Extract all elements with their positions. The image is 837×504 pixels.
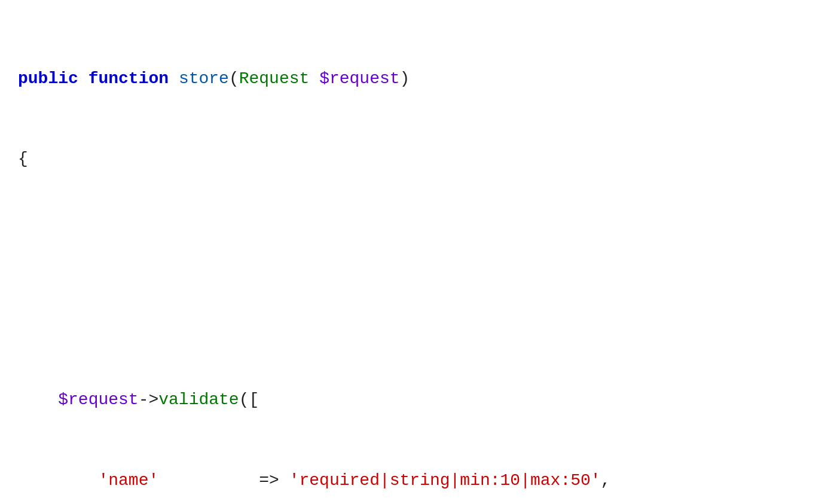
arrow-1: -> bbox=[139, 390, 159, 409]
line-5: $request->validate([ bbox=[18, 387, 819, 414]
paren-open: ( bbox=[229, 69, 239, 88]
line-4 bbox=[18, 307, 819, 334]
paren-close: ) bbox=[400, 69, 410, 88]
indent-1 bbox=[18, 390, 58, 409]
space-2 bbox=[279, 471, 289, 490]
str-name-key: 'name' bbox=[98, 471, 158, 490]
code-display: public function store(Request $request) … bbox=[18, 12, 819, 504]
line-6: 'name' => 'required|string|min:10|max:50… bbox=[18, 468, 819, 494]
keyword-public: public bbox=[18, 69, 78, 88]
function-name: store bbox=[179, 69, 229, 88]
var-request: $request bbox=[58, 390, 138, 409]
line-3 bbox=[18, 226, 819, 253]
keyword-function: function bbox=[88, 69, 169, 88]
comma-1: , bbox=[601, 471, 611, 490]
param-request: $request bbox=[319, 69, 399, 88]
method-validate: validate bbox=[158, 390, 239, 409]
type-request: Request bbox=[239, 69, 310, 88]
spaces-1 bbox=[158, 471, 259, 490]
str-name-val: 'required|string|min:10|max:50' bbox=[289, 471, 601, 490]
indent-2 bbox=[18, 471, 98, 490]
brace-open: { bbox=[18, 149, 28, 168]
line-1: public function store(Request $request) bbox=[18, 66, 819, 93]
validate-paren: ([ bbox=[239, 390, 259, 409]
fat-arrow-1: => bbox=[259, 471, 279, 490]
line-2: { bbox=[18, 146, 819, 173]
